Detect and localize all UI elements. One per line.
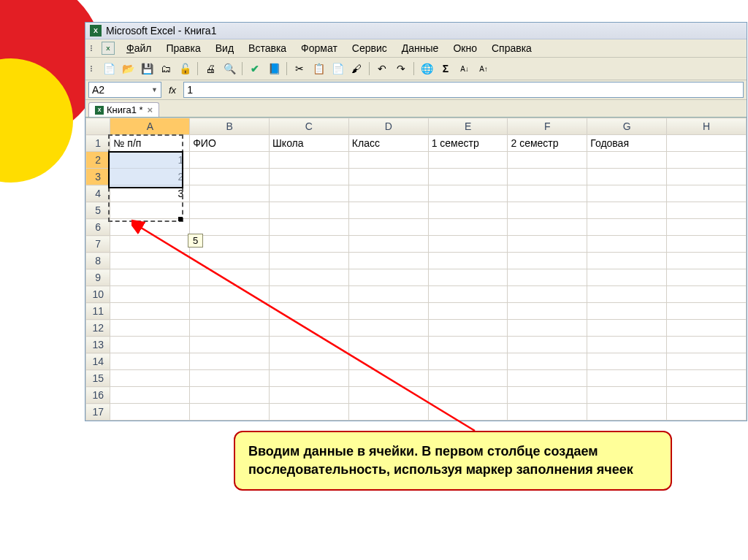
row-header-14[interactable]: 14	[86, 353, 110, 370]
menu-help[interactable]: Справка	[486, 41, 538, 55]
cell-D1[interactable]: Класс	[348, 135, 428, 152]
cell-F6[interactable]	[508, 219, 587, 236]
cell-C15[interactable]	[270, 370, 349, 387]
cell-F2[interactable]	[508, 152, 587, 169]
cell-H5[interactable]	[667, 202, 747, 219]
cell-C12[interactable]	[270, 320, 349, 337]
col-header-F[interactable]: F	[508, 118, 587, 135]
name-box-dropdown-icon[interactable]: ▼	[151, 86, 158, 93]
cell-B13[interactable]	[190, 337, 270, 353]
cell-A3[interactable]: 2	[110, 169, 190, 185]
col-header-B[interactable]: B	[190, 118, 270, 135]
cell-F12[interactable]	[508, 320, 587, 337]
select-all-corner[interactable]	[86, 118, 110, 135]
row-header-17[interactable]: 17	[86, 404, 110, 421]
cell-E15[interactable]	[428, 370, 508, 387]
cell-B9[interactable]	[190, 269, 270, 286]
cell-C14[interactable]	[270, 353, 349, 370]
row-header-16[interactable]: 16	[86, 387, 110, 404]
cell-D8[interactable]	[348, 253, 428, 269]
cell-H15[interactable]	[667, 370, 747, 387]
research-button[interactable]: 📘	[265, 60, 283, 77]
cell-F13[interactable]	[508, 337, 587, 353]
cell-D12[interactable]	[348, 320, 428, 337]
cell-H8[interactable]	[667, 253, 747, 269]
menu-view[interactable]: Вид	[210, 41, 240, 55]
cell-D3[interactable]	[348, 169, 428, 185]
saveall-button[interactable]: 🗂	[157, 60, 175, 77]
cell-C2[interactable]	[270, 152, 349, 169]
cell-F15[interactable]	[508, 370, 587, 387]
cell-C4[interactable]	[270, 185, 349, 202]
cell-B5[interactable]	[190, 202, 270, 219]
cell-A14[interactable]	[110, 353, 190, 370]
cell-B1[interactable]: ФИО	[190, 135, 270, 152]
cell-H10[interactable]	[667, 286, 747, 303]
cell-G9[interactable]	[587, 269, 667, 286]
cell-B17[interactable]	[190, 404, 270, 421]
cell-H2[interactable]	[667, 152, 747, 169]
cell-C9[interactable]	[270, 269, 349, 286]
cell-F17[interactable]	[508, 404, 587, 421]
cell-H1[interactable]	[667, 135, 747, 152]
cell-D9[interactable]	[348, 269, 428, 286]
cell-F11[interactable]	[508, 303, 587, 320]
cell-H12[interactable]	[667, 320, 747, 337]
cell-G10[interactable]	[587, 286, 667, 303]
cell-H14[interactable]	[667, 353, 747, 370]
spreadsheet-grid[interactable]: A B C D E F G H 1 № п/п ФИО Школа Класс …	[85, 118, 747, 421]
cell-C3[interactable]	[270, 169, 349, 185]
cell-F14[interactable]	[508, 353, 587, 370]
cell-E6[interactable]	[428, 219, 508, 236]
col-header-C[interactable]: C	[270, 118, 349, 135]
toolbar-grip-icon[interactable]	[91, 66, 96, 72]
cell-A9[interactable]	[110, 269, 190, 286]
cell-E3[interactable]	[428, 169, 508, 185]
cell-F16[interactable]	[508, 387, 587, 404]
cell-E10[interactable]	[428, 286, 508, 303]
menu-insert[interactable]: Вставка	[243, 41, 292, 55]
row-header-7[interactable]: 7	[86, 236, 110, 253]
cell-G15[interactable]	[587, 370, 667, 387]
preview-button[interactable]: 🔍	[221, 60, 238, 77]
cell-F5[interactable]	[508, 202, 587, 219]
col-header-G[interactable]: G	[587, 118, 667, 135]
cell-A16[interactable]	[110, 387, 190, 404]
cell-E2[interactable]	[428, 152, 508, 169]
cell-C17[interactable]	[270, 404, 349, 421]
cell-D11[interactable]	[348, 303, 428, 320]
copy-button[interactable]: 📋	[310, 60, 327, 77]
row-header-2[interactable]: 2	[86, 152, 110, 169]
row-header-11[interactable]: 11	[86, 303, 110, 320]
row-header-9[interactable]: 9	[86, 269, 110, 286]
row-header-10[interactable]: 10	[86, 286, 110, 303]
name-box[interactable]: A2 ▼	[88, 82, 161, 98]
cell-A10[interactable]	[110, 286, 190, 303]
cell-B11[interactable]	[190, 303, 270, 320]
cell-E5[interactable]	[428, 202, 508, 219]
row-header-8[interactable]: 8	[86, 253, 110, 269]
menu-tools[interactable]: Сервис	[346, 41, 393, 55]
cell-A13[interactable]	[110, 337, 190, 353]
row-header-1[interactable]: 1	[86, 135, 110, 152]
cell-G13[interactable]	[587, 337, 667, 353]
menu-file[interactable]: Файлdocument.currentScript.previousEleme…	[121, 41, 157, 55]
cell-H3[interactable]	[667, 169, 747, 185]
hyperlink-button[interactable]: 🌐	[418, 60, 435, 77]
col-header-E[interactable]: E	[428, 118, 508, 135]
cell-H6[interactable]	[667, 219, 747, 236]
cell-B4[interactable]	[190, 185, 270, 202]
cell-B8[interactable]	[190, 253, 270, 269]
row-header-3[interactable]: 3	[86, 169, 110, 185]
cell-D2[interactable]	[348, 152, 428, 169]
cell-D13[interactable]	[348, 337, 428, 353]
formula-input[interactable]: 1	[183, 82, 744, 98]
sum-button[interactable]: Σ	[437, 60, 454, 77]
cell-D15[interactable]	[348, 370, 428, 387]
cell-E7[interactable]	[428, 236, 508, 253]
cell-G5[interactable]	[587, 202, 667, 219]
cell-C7[interactable]	[270, 236, 349, 253]
cell-A2[interactable]: 1	[110, 152, 190, 169]
cell-G1[interactable]: Годовая	[587, 135, 667, 152]
cell-A4[interactable]: 3	[110, 185, 190, 202]
